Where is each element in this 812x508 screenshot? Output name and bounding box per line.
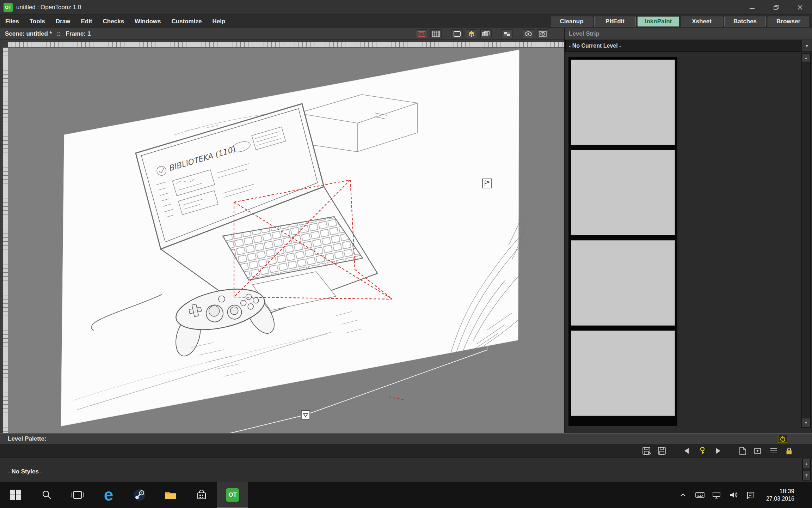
sub-camera-preview-icon[interactable]: [537, 29, 548, 38]
styles-area: - No Styles - ▲ ▼: [0, 457, 812, 482]
level-strip-scrollbar[interactable]: ▲ ▼: [801, 53, 811, 428]
current-level-dropdown[interactable]: - No Current Level - ▼: [565, 40, 812, 52]
key-icon[interactable]: [696, 446, 708, 456]
prev-key-icon[interactable]: [681, 446, 693, 456]
room-tab-pltedit[interactable]: PltEdit: [594, 17, 636, 26]
menu-edit[interactable]: Edit: [75, 15, 97, 28]
room-tab-xsheet[interactable]: Xsheet: [681, 17, 722, 26]
drawing-canvas[interactable]: BIBLIOTEKA (110): [8, 48, 564, 433]
room-tab-batches[interactable]: Batches: [724, 17, 766, 26]
scene-label: Scene: untitled *: [0, 30, 52, 37]
frame-label: Frame: 1: [66, 30, 91, 37]
viewer-toolbar: [416, 29, 548, 38]
menu-customize[interactable]: Customize: [166, 15, 207, 28]
room-tab-inknpaint[interactable]: InknPaint: [638, 17, 679, 26]
opentoonz-window: OT untitled : OpenToonz 1.0 Files Tools …: [0, 0, 812, 508]
menu-tools[interactable]: Tools: [24, 15, 50, 28]
start-button[interactable]: [0, 482, 31, 508]
level-strip-frame[interactable]: [571, 240, 675, 326]
volume-icon[interactable]: [729, 490, 739, 500]
content-area: Scene: untitled * :: Frame: 1: [0, 28, 812, 433]
menu-checks[interactable]: Checks: [98, 15, 129, 28]
level-palette-title: Level Palette:: [0, 435, 47, 442]
scene-frame-separator: ::: [57, 30, 61, 37]
steam-icon[interactable]: [124, 482, 155, 508]
scroll-up-icon[interactable]: ▲: [802, 459, 811, 469]
task-view-button[interactable]: [62, 482, 93, 508]
windows-taskbar: e OT: [0, 482, 812, 508]
vertical-ruler[interactable]: [3, 48, 8, 433]
camera-stand-view-icon[interactable]: [451, 29, 463, 38]
clock-date: 27.03.2016: [766, 495, 794, 502]
menu-windows[interactable]: Windows: [129, 15, 166, 28]
taskbar-clock[interactable]: 18:39 27.03.2016: [763, 488, 798, 502]
menu-help[interactable]: Help: [207, 15, 230, 28]
scroll-down-icon[interactable]: ▼: [802, 418, 810, 427]
power-icon[interactable]: [778, 435, 787, 443]
touch-keyboard-icon[interactable]: [695, 490, 705, 500]
opentoonz-logo-icon: OT: [4, 3, 13, 12]
viewer-panel: Scene: untitled * :: Frame: 1: [0, 28, 564, 433]
stage-handle-flag[interactable]: [482, 179, 492, 188]
viewer-header: Scene: untitled * :: Frame: 1: [0, 28, 564, 40]
horizontal-ruler[interactable]: [8, 42, 564, 48]
room-tabs: Cleanup PltEdit InknPaint Xsheet Batches…: [551, 17, 812, 26]
3d-view-icon[interactable]: [466, 29, 477, 38]
scroll-up-icon[interactable]: ▲: [802, 53, 810, 62]
room-tab-cleanup[interactable]: Cleanup: [551, 17, 592, 26]
level-strip-frame[interactable]: [571, 331, 675, 416]
no-styles-label: - No Styles -: [8, 468, 42, 475]
scroll-down-icon[interactable]: ▼: [802, 470, 811, 480]
menu-draw[interactable]: Draw: [50, 15, 76, 28]
current-level-label: - No Current Level -: [566, 43, 802, 49]
level-palette-bar: Level Palette:: [0, 433, 812, 444]
restore-button[interactable]: [764, 0, 788, 14]
level-strip-frame[interactable]: [571, 60, 675, 145]
window-title: untitled : OpenToonz 1.0: [16, 4, 81, 11]
new-style-icon[interactable]: [752, 446, 764, 456]
title-bar: OT untitled : OpenToonz 1.0: [0, 0, 812, 15]
action-center-icon[interactable]: [746, 490, 756, 500]
save-palette-icon[interactable]: [656, 446, 668, 456]
level-strip-frame[interactable]: [571, 150, 675, 235]
network-icon[interactable]: [712, 490, 722, 500]
file-explorer-icon[interactable]: [155, 482, 186, 508]
camera-view-icon[interactable]: [480, 29, 492, 38]
menu-bar: Files Tools Draw Edit Checks Windows Cus…: [0, 15, 812, 28]
opentoonz-taskbar-icon[interactable]: OT: [217, 482, 248, 508]
room-tab-browser[interactable]: Browser: [768, 17, 809, 26]
freeze-icon[interactable]: [502, 29, 513, 38]
level-strip-panel: Level Strip - No Current Level - ▼ ▲ ▼: [564, 28, 812, 433]
stage-handle-bottom[interactable]: [301, 411, 310, 419]
system-tray: 18:39 27.03.2016: [678, 482, 812, 508]
style-list-icon[interactable]: [768, 446, 780, 456]
chevron-down-icon[interactable]: ▼: [802, 40, 812, 52]
minimize-button[interactable]: [740, 0, 764, 14]
styles-scrollbar[interactable]: ▲ ▼: [802, 459, 811, 480]
preview-icon[interactable]: [523, 29, 534, 38]
lock-icon[interactable]: [783, 446, 795, 456]
level-strip-title: Level Strip: [565, 28, 812, 40]
safe-area-icon[interactable]: [416, 29, 427, 38]
clock-time: 18:39: [766, 488, 794, 495]
store-icon[interactable]: [186, 482, 217, 508]
save-palette-as-icon[interactable]: [641, 446, 653, 456]
sketch-artwork: BIBLIOTEKA (110): [8, 48, 564, 433]
new-page-icon[interactable]: [737, 446, 749, 456]
next-key-icon[interactable]: [712, 446, 724, 456]
close-button[interactable]: [788, 0, 812, 14]
level-strip-frames: [568, 57, 677, 426]
menu-files[interactable]: Files: [0, 15, 24, 28]
edge-icon[interactable]: e: [93, 482, 124, 508]
search-button[interactable]: [31, 482, 62, 508]
viewer-body: BIBLIOTEKA (110): [0, 40, 564, 433]
palette-toolbar: [0, 444, 812, 457]
field-guide-icon[interactable]: [430, 29, 442, 38]
tray-chevron-icon[interactable]: [678, 490, 688, 500]
